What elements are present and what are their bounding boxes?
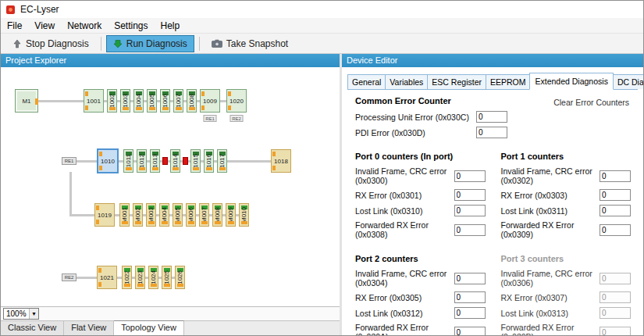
- node-label: 1011: [126, 154, 132, 167]
- node-label: M007: [201, 207, 208, 223]
- topology-node-1009[interactable]: 1009RE1: [200, 89, 220, 113]
- counter-input[interactable]: [600, 189, 631, 201]
- counter-input[interactable]: [476, 111, 507, 123]
- tab-extended-diagnosis[interactable]: Extended Diagnosis: [529, 73, 613, 90]
- counter-input[interactable]: [454, 170, 486, 182]
- topology-node-1006[interactable]: 1006: [160, 89, 170, 113]
- topology-node-1015[interactable]: 1015: [190, 149, 201, 173]
- counter-label: Invalid Frame, CRC error (0x0302): [501, 166, 600, 185]
- node-label: 1012: [139, 154, 145, 168]
- topology-node-1020[interactable]: 1020RE2: [226, 89, 247, 113]
- topology-node-1003[interactable]: 1003: [120, 89, 130, 113]
- counter-input[interactable]: [476, 127, 507, 138]
- topology-elbow-horizontal: [69, 214, 94, 216]
- topology-node-1016[interactable]: 1016: [204, 149, 214, 173]
- topology-node-1011[interactable]: 1011: [123, 149, 133, 173]
- counter-row: RX Error (0x0301): [355, 189, 486, 201]
- topology-node-1024[interactable]: 1024: [148, 266, 158, 289]
- topology-node-1002[interactable]: 1002: [107, 89, 117, 113]
- menu-item-network[interactable]: Network: [61, 19, 108, 33]
- tab-esc-register[interactable]: ESC Register: [427, 74, 486, 89]
- node-sub-label: RE1: [204, 115, 217, 122]
- node-label: 1025: [164, 270, 170, 284]
- tab-variables[interactable]: Variables: [385, 74, 428, 89]
- topology-canvas[interactable]: M1100110021003100410051006100710081009RE…: [1, 67, 340, 306]
- view-tab-classic-view[interactable]: Classic View: [1, 321, 64, 335]
- topology-node-1022[interactable]: 1022: [122, 266, 132, 289]
- topology-node-1004[interactable]: 1004: [133, 89, 144, 113]
- stop-diagnosis-button[interactable]: Stop Diagnosis: [5, 35, 96, 52]
- topology-node-1021[interactable]: 1021: [97, 266, 117, 289]
- topology-node-m001[interactable]: M001: [119, 203, 130, 227]
- counter-input[interactable]: [454, 327, 486, 336]
- view-tab-topology-view[interactable]: Topology View: [114, 320, 184, 335]
- tab-general[interactable]: General: [347, 74, 386, 89]
- topology-node-m006[interactable]: M006: [186, 203, 196, 227]
- topology-node-1001[interactable]: 1001: [84, 89, 104, 113]
- take-snapshot-button[interactable]: Take Snapshot: [205, 35, 295, 52]
- clear-error-counters-button[interactable]: Clear Error Counters: [553, 96, 629, 107]
- menu-item-file[interactable]: File: [1, 19, 28, 33]
- node-label: M009: [228, 207, 234, 223]
- counter-input[interactable]: [454, 273, 486, 284]
- topology-node-1010[interactable]: 1010: [97, 148, 119, 173]
- node-label: 1017: [219, 154, 226, 168]
- topology-row: 1019M001M002M003M004M005M006M007M008M009…: [94, 203, 249, 227]
- topology-node-m003[interactable]: M003: [146, 203, 156, 227]
- topology-row: RE1101010111012101310141015101610171018: [62, 148, 291, 173]
- menu-item-settings[interactable]: Settings: [108, 19, 154, 33]
- counter-row: Lost Link (0x0310): [355, 205, 486, 216]
- counter-input[interactable]: [454, 189, 486, 201]
- counter-input[interactable]: [600, 170, 631, 182]
- node-label: M004: [162, 207, 168, 223]
- topology-node-m004[interactable]: M004: [159, 203, 169, 227]
- topology-node-re1[interactable]: RE1: [62, 157, 76, 165]
- zoom-select[interactable]: 100% ▾: [3, 308, 39, 320]
- node-label: 1021: [100, 274, 114, 281]
- topology-node-1026[interactable]: 1026: [175, 266, 185, 289]
- app-window: EC-Lyser FileViewNetworkSettingsHelp Sto…: [0, 0, 644, 336]
- node-label: 1008: [189, 94, 195, 108]
- counter-input[interactable]: [600, 205, 631, 216]
- topology-node-m009[interactable]: M009: [226, 203, 236, 227]
- topology-link: [220, 100, 226, 102]
- view-tab-flat-view[interactable]: Flat View: [64, 321, 114, 335]
- menu-item-help[interactable]: Help: [155, 19, 187, 33]
- topology-node-1019[interactable]: 1019: [94, 203, 115, 227]
- tab-eeprom[interactable]: EEPROM: [486, 74, 531, 89]
- topology-node-1008[interactable]: 1008: [187, 89, 197, 113]
- topology-node-m010[interactable]: M010: [239, 203, 249, 227]
- menu-item-view[interactable]: View: [28, 19, 61, 33]
- node-label: 1003: [123, 94, 129, 108]
- extended-diagnosis-content: Common Error Counter Processing Unit Err…: [347, 90, 638, 335]
- topology-node-1025[interactable]: 1025: [162, 266, 172, 289]
- topology-node-1017[interactable]: 1017: [217, 149, 227, 173]
- counter-label: Processing Unit Error (0x030C): [355, 113, 476, 122]
- topology-node-1012[interactable]: 1012: [137, 149, 147, 173]
- topology-node-re2[interactable]: RE2: [62, 273, 76, 281]
- topology-node-1014[interactable]: 1014: [170, 149, 180, 173]
- counter-input[interactable]: [454, 307, 486, 319]
- run-diagnosis-button[interactable]: Run Diagnosis: [106, 35, 194, 52]
- topology-node-1007[interactable]: 1007: [173, 89, 183, 113]
- topology-node-m1[interactable]: M1: [15, 89, 38, 113]
- node-label: 1010: [101, 158, 115, 165]
- counter-input[interactable]: [600, 224, 631, 236]
- topology-node-m002[interactable]: M002: [133, 203, 143, 227]
- tab-dc-diagnosis[interactable]: DC Diagnosis: [613, 74, 644, 89]
- counter-input[interactable]: [454, 291, 486, 303]
- counter-input[interactable]: [454, 205, 486, 216]
- topology-node-1013[interactable]: 1013: [150, 149, 160, 173]
- topology-node-m008[interactable]: M008: [212, 203, 222, 227]
- node-label: 1022: [124, 270, 130, 284]
- topology-node-m007[interactable]: M007: [199, 203, 209, 227]
- topology-node-1018[interactable]: 1018: [271, 149, 291, 173]
- topology-node-m005[interactable]: M005: [173, 203, 183, 227]
- counter-input[interactable]: [454, 224, 486, 236]
- counter-row: Invalid Frame, CRC error (0x0304): [355, 269, 486, 288]
- topology-node-1005[interactable]: 1005: [147, 89, 157, 113]
- port-group-port-3-counters: Port 3 countersInvalid Frame, CRC error …: [501, 254, 632, 335]
- counter-label: RX Error (0x0301): [355, 191, 454, 200]
- topology-node-1023[interactable]: 1023: [135, 266, 145, 289]
- node-label: 1002: [109, 94, 116, 108]
